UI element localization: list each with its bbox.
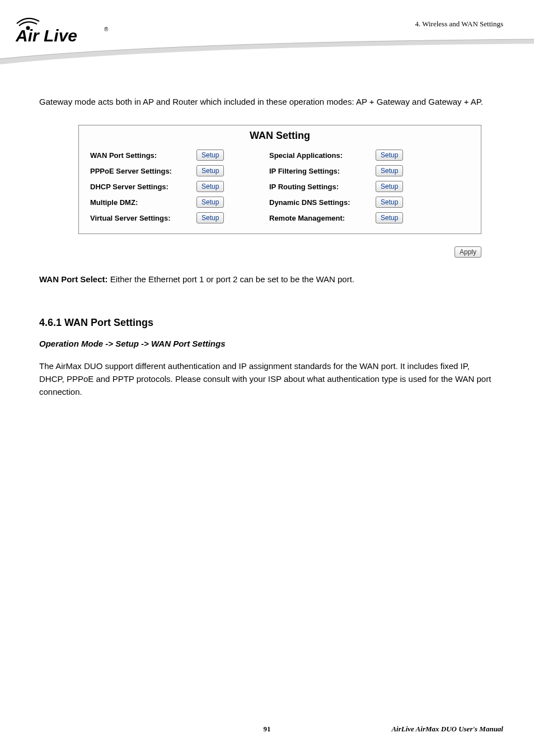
wan-port-settings-label: WAN Port Settings:	[90, 151, 196, 160]
header-swoosh	[0, 34, 534, 78]
chapter-label: 4. Wireless and WAN Settings	[415, 20, 503, 29]
manual-title: AirLive AirMax DUO User's Manual	[391, 725, 503, 734]
setup-button-dmz[interactable]: Setup	[196, 197, 224, 208]
wan-port-select-label: WAN Port Select:	[39, 274, 108, 284]
setup-button-virtual-server[interactable]: Setup	[196, 212, 224, 223]
wan-port-select-rest: Either the Ethernet port 1 or port 2 can…	[108, 274, 355, 284]
setup-button-special-apps[interactable]: Setup	[376, 150, 403, 161]
dynamic-dns-label: Dynamic DNS Settings:	[269, 198, 376, 207]
page-footer: 91 AirLive AirMax DUO User's Manual	[0, 724, 534, 734]
wan-row: Multiple DMZ: Setup Dynamic DNS Settings…	[79, 194, 481, 210]
page-header: Air Live ® 4. Wireless and WAN Settings	[0, 0, 534, 67]
remote-management-label: Remote Management:	[269, 214, 376, 222]
wan-setting-panel: WAN Setting WAN Port Settings: Setup Spe…	[78, 125, 481, 234]
wan-setting-title: WAN Setting	[79, 130, 481, 142]
apply-button[interactable]: Apply	[455, 246, 481, 258]
setup-button-ddns[interactable]: Setup	[376, 197, 403, 208]
operation-mode-path: Operation Mode -> Setup -> WAN Port Sett…	[39, 339, 495, 348]
page-content: Gateway mode acts both in AP and Router …	[0, 67, 534, 399]
special-applications-label: Special Applications:	[269, 151, 376, 160]
wan-row: PPPoE Server Settings: Setup IP Filterin…	[79, 163, 481, 179]
ip-routing-label: IP Routing Settings:	[269, 183, 376, 191]
page-number: 91	[264, 725, 271, 733]
setup-button-pppoe[interactable]: Setup	[196, 165, 224, 176]
apply-row: Apply	[78, 246, 481, 258]
pppoe-server-label: PPPoE Server Settings:	[90, 167, 196, 175]
wan-row: DHCP Server Settings: Setup IP Routing S…	[79, 179, 481, 194]
virtual-server-label: Virtual Server Settings:	[90, 214, 196, 222]
setup-button-wan-port[interactable]: Setup	[196, 150, 224, 161]
setup-button-dhcp[interactable]: Setup	[196, 181, 224, 192]
intro-paragraph: Gateway mode acts both in AP and Router …	[39, 95, 495, 108]
svg-text:®: ®	[104, 26, 109, 32]
section-heading: 4.6.1 WAN Port Settings	[39, 317, 495, 329]
ip-filtering-label: IP Filtering Settings:	[269, 167, 376, 175]
section-body: The AirMax DUO support different authent…	[39, 360, 495, 399]
setup-button-remote-mgmt[interactable]: Setup	[376, 212, 403, 223]
setup-button-ip-routing[interactable]: Setup	[376, 181, 403, 192]
wan-row: WAN Port Settings: Setup Special Applica…	[79, 147, 481, 163]
wan-row: Virtual Server Settings: Setup Remote Ma…	[79, 210, 481, 226]
multiple-dmz-label: Multiple DMZ:	[90, 198, 196, 207]
setup-button-ip-filtering[interactable]: Setup	[376, 165, 403, 176]
dhcp-server-label: DHCP Server Settings:	[90, 183, 196, 191]
wan-port-select-text: WAN Port Select: Either the Ethernet por…	[39, 273, 495, 286]
